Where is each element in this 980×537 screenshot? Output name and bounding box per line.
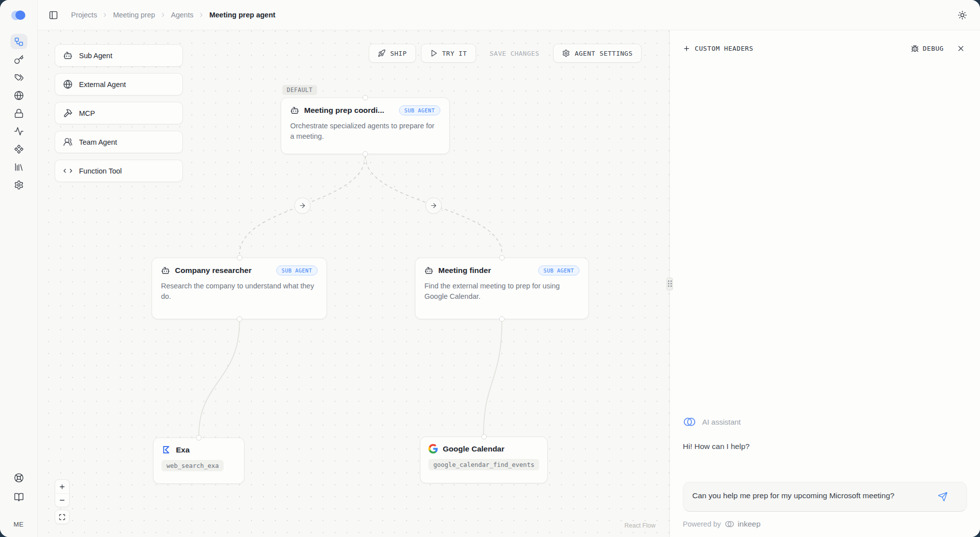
save-changes-button[interactable]: SAVE CHANGES [481,44,549,63]
chevron-right-icon [160,11,166,18]
chat-input[interactable]: Can you help me prep for my upcoming Mic… [692,490,930,502]
users-icon [63,137,73,147]
node-handle-bottom[interactable] [499,316,505,322]
sidebar-item-api-keys[interactable] [10,52,27,67]
sidebar-item-settings[interactable] [10,177,27,192]
gear-icon [562,49,570,57]
send-button[interactable] [937,491,949,503]
inkeep-venn-icon [683,415,696,429]
sidebar-footer: ME [10,470,27,528]
node-google-calendar-tool[interactable]: Google Calendar google_calendar_find_eve… [420,437,548,483]
tool-chip[interactable]: google_calendar_find_events [428,459,539,470]
custom-headers-label: CUSTOM HEADERS [695,45,753,52]
zoom-out-button[interactable] [55,493,69,507]
help-button[interactable] [10,470,27,485]
breadcrumb: Projects Meeting prep Agents Meeting pre… [71,11,275,19]
tool-chip[interactable]: web_search_exa [162,460,224,471]
inkeep-logo[interactable] [9,8,28,23]
flow-canvas[interactable]: Sub Agent External Agent MCP Team Agent [38,30,669,537]
chevron-right-icon [198,11,205,18]
edge-source-dot [364,160,367,163]
docs-button[interactable] [10,489,27,505]
ship-label: SHIP [390,50,407,57]
plus-icon [683,45,690,52]
panel-resize-handle[interactable] [666,277,673,290]
breadcrumb-project[interactable]: Meeting prep [113,11,155,19]
node-handle-top[interactable] [237,255,242,261]
debug-button[interactable]: DEBUG [911,45,944,53]
node-handle-top[interactable] [196,435,202,441]
edge-button-coordinator-meeting[interactable] [425,197,442,214]
app-window: ME Projects Meeting prep Agents Meeting … [0,0,980,537]
sub-agent-badge: SUB AGENT [538,266,579,275]
node-palette: Sub Agent External Agent MCP Team Agent [55,44,183,182]
agent-settings-button[interactable]: AGENT SETTINGS [553,44,642,63]
minus-icon [59,497,66,504]
fit-view-button[interactable] [55,510,69,524]
node-handle-top[interactable] [499,255,505,261]
sidebar-item-security[interactable] [10,105,27,121]
bug-icon [911,45,919,53]
try-it-button[interactable]: TRY IT [421,44,476,63]
sub-agent-badge: SUB AGENT [399,105,440,115]
palette-mcp[interactable]: MCP [55,102,183,124]
custom-headers-button[interactable]: CUSTOM HEADERS [683,45,753,52]
assistant-greeting: Hi! How can I help? [683,442,967,451]
close-panel-button[interactable] [955,42,967,55]
ship-button[interactable]: SHIP [369,44,415,63]
node-handle-bottom[interactable] [237,316,242,322]
rocket-icon [378,49,386,57]
bot-icon [63,51,73,60]
arrow-right-icon [299,202,306,209]
edge-button-coordinator-company[interactable] [294,197,311,214]
chat-section: AI assistant Hi! How can I help? Can you… [670,415,980,537]
sidebar-item-agents[interactable] [10,34,27,49]
palette-team-agent[interactable]: Team Agent [55,131,183,153]
topbar: Projects Meeting prep Agents Meeting pre… [38,0,980,30]
node-title: Company researcher [175,266,251,275]
breadcrumb-projects[interactable]: Projects [71,11,97,19]
zoom-in-button[interactable] [55,480,69,493]
close-icon [957,44,965,53]
palette-function-tool[interactable]: Function Tool [55,160,183,182]
node-handle-bottom[interactable] [363,151,368,157]
code-icon [63,166,73,176]
bot-icon [161,266,170,275]
breadcrumb-agents[interactable]: Agents [171,11,193,19]
react-flow-attribution[interactable]: React Flow [624,522,655,529]
default-graph-label: DEFAULT [282,85,317,95]
google-logo-icon [428,444,438,453]
node-title: Google Calendar [443,445,504,453]
save-changes-label: SAVE CHANGES [490,50,540,57]
palette-label: External Agent [79,81,126,89]
palette-sub-agent[interactable]: Sub Agent [55,44,183,67]
node-handle-top[interactable] [363,95,368,100]
sidebar-item-components[interactable] [10,141,27,157]
sidebar-item-library[interactable] [10,159,27,175]
palette-label: Function Tool [79,167,122,175]
sidebar-item-external[interactable] [10,88,27,103]
sidebar-rail: ME [0,0,38,537]
powered-by-label: Powered by [683,520,721,528]
node-meeting-finder[interactable]: Meeting finder SUB AGENT Find the extern… [415,258,589,319]
sidebar-toggle-button[interactable] [47,8,60,22]
sidebar-item-activity[interactable] [10,123,27,139]
content-row: Sub Agent External Agent MCP Team Agent [38,30,980,537]
hammer-icon [63,108,73,118]
inkeep-brand-label[interactable]: inkeep [738,520,761,529]
panel-left-icon [49,10,58,20]
exa-logo-icon [162,445,171,454]
palette-label: MCP [79,109,95,117]
chat-input-card[interactable]: Can you help me prep for my upcoming Mic… [683,482,967,512]
life-buoy-icon [14,473,24,483]
sidebar-item-credentials[interactable] [10,70,27,85]
node-exa-tool[interactable]: Exa web_search_exa [153,438,245,484]
theme-toggle-button[interactable] [956,8,969,22]
node-description: Orchestrate specialized agents to prepar… [290,121,440,142]
chevron-right-icon [101,11,108,18]
user-avatar[interactable]: ME [13,521,24,528]
palette-external-agent[interactable]: External Agent [55,73,183,95]
node-meeting-prep-coordinator[interactable]: Meeting prep coordi... SUB AGENT Orchest… [281,97,450,154]
node-company-researcher[interactable]: Company researcher SUB AGENT Research th… [152,258,327,319]
node-handle-top[interactable] [481,434,487,440]
